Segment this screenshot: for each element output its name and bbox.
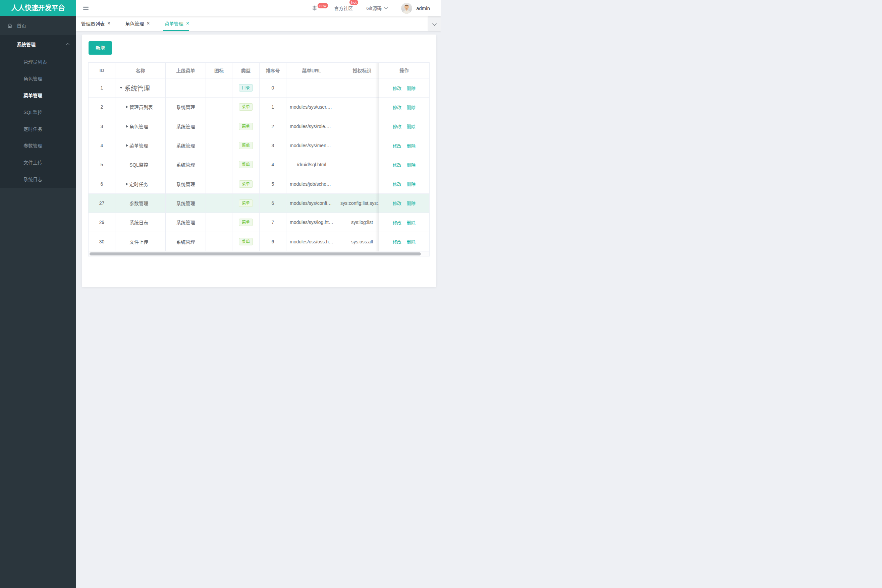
col-header-type: 类型 bbox=[232, 63, 260, 78]
user-avatar[interactable] bbox=[401, 3, 412, 14]
cell-parent: 系统管理 bbox=[166, 155, 206, 174]
cell-id: 4 bbox=[89, 136, 116, 155]
menu-name: 管理员列表 bbox=[129, 104, 153, 110]
tree-expand-icon[interactable] bbox=[126, 106, 128, 108]
gear-icon bbox=[312, 5, 317, 11]
menu-url: modules/sys/config.html bbox=[286, 201, 337, 206]
username[interactable]: admin bbox=[416, 5, 430, 11]
delete-link[interactable]: 删除 bbox=[407, 104, 416, 110]
delete-link[interactable]: 删除 bbox=[407, 162, 416, 168]
badge-new: new bbox=[317, 3, 328, 9]
cell-url: modules/sys/user.html bbox=[286, 98, 337, 117]
delete-link[interactable]: 删除 bbox=[407, 200, 416, 206]
edit-link[interactable]: 修改 bbox=[393, 238, 401, 245]
sidebar-item-0[interactable]: 管理员列表 bbox=[0, 54, 76, 70]
edit-link[interactable]: 修改 bbox=[393, 181, 401, 187]
close-icon[interactable]: × bbox=[107, 21, 110, 26]
hamburger-menu-icon[interactable] bbox=[83, 6, 89, 10]
delete-link[interactable]: 删除 bbox=[407, 219, 416, 226]
sidebar-submenu-items: 管理员列表角色管理菜单管理SQL监控定时任务参数管理文件上传系统日志 bbox=[0, 54, 76, 188]
navbar: new 官方社区 hot Git源码 bbox=[76, 0, 441, 16]
table-row-4[interactable]: 4菜单管理系统管理菜单3modules/sys/menu.html bbox=[89, 136, 429, 155]
col-header-actions-fixed: 操作 bbox=[379, 63, 429, 78]
cell-name: 参数管理 bbox=[116, 194, 166, 213]
table-row-2[interactable]: 2管理员列表系统管理菜单1modules/sys/user.html bbox=[89, 98, 429, 117]
cell-url: modules/oss/oss.html bbox=[286, 232, 337, 251]
cell-order: 6 bbox=[260, 232, 286, 251]
sidebar-menu: 首页 系统管理 管理员列表角色管理菜单管理SQL监控定时任务参数管理文件上传系统… bbox=[0, 16, 76, 188]
sidebar-item-2[interactable]: 菜单管理 bbox=[0, 87, 76, 104]
cell-icon bbox=[206, 213, 232, 232]
sidebar-item-6[interactable]: 文件上传 bbox=[0, 154, 76, 171]
cell-order: 0 bbox=[260, 78, 286, 98]
delete-link[interactable]: 删除 bbox=[407, 181, 416, 187]
edit-link[interactable]: 修改 bbox=[393, 162, 401, 168]
cell-name: 文件上传 bbox=[116, 232, 166, 251]
tab-menu-management[interactable]: 菜单管理 × bbox=[157, 16, 197, 31]
tree-expand-icon[interactable] bbox=[126, 125, 128, 128]
sidebar-item-5[interactable]: 参数管理 bbox=[0, 138, 76, 154]
delete-link[interactable]: 删除 bbox=[407, 238, 416, 245]
sidebar-item-3[interactable]: SQL监控 bbox=[0, 104, 76, 121]
tab-role-management[interactable]: 角色管理 × bbox=[118, 16, 157, 31]
cell-order: 6 bbox=[260, 194, 286, 213]
avatar-image bbox=[401, 3, 412, 14]
tree-expand-icon[interactable] bbox=[126, 144, 128, 147]
edit-link[interactable]: 修改 bbox=[393, 142, 401, 149]
cell-icon bbox=[206, 194, 232, 213]
community-link[interactable]: 官方社区 hot bbox=[334, 5, 353, 11]
tree-expand-icon[interactable] bbox=[126, 183, 128, 185]
table-row-5[interactable]: 5SQL监控系统管理菜单4/druid/sql.html bbox=[89, 155, 429, 174]
git-source-dropdown[interactable]: Git源码 bbox=[366, 5, 387, 11]
sidebar-item-1[interactable]: 角色管理 bbox=[0, 70, 76, 87]
add-button[interactable]: 新增 bbox=[89, 41, 112, 55]
data-table: ID 名称 上级菜单 图标 类型 排序号 菜单URL 授权标识 操作 bbox=[89, 63, 429, 251]
menu-url: modules/oss/oss.html bbox=[286, 239, 337, 244]
table-header-row: ID 名称 上级菜单 图标 类型 排序号 菜单URL 授权标识 操作 bbox=[89, 63, 429, 78]
tree-collapse-icon[interactable] bbox=[120, 87, 122, 89]
edit-link[interactable]: 修改 bbox=[393, 200, 401, 206]
menu-url: modules/sys/menu.html bbox=[286, 143, 337, 148]
close-icon[interactable]: × bbox=[186, 21, 189, 26]
sidebar-item-home[interactable]: 首页 bbox=[0, 16, 76, 35]
delete-link[interactable]: 删除 bbox=[407, 85, 416, 91]
close-icon[interactable]: × bbox=[147, 21, 150, 26]
delete-link[interactable]: 删除 bbox=[407, 142, 416, 149]
table-row-27[interactable]: 27参数管理系统管理菜单6modules/sys/config.htmlsys:… bbox=[89, 194, 429, 213]
tab-label: 菜单管理 bbox=[165, 20, 183, 27]
scrollbar-thumb[interactable] bbox=[90, 252, 421, 255]
cell-url: modules/sys/role.html bbox=[286, 117, 337, 136]
table-row-1[interactable]: 1系统管理目录0 bbox=[89, 78, 429, 98]
type-tag: 菜单 bbox=[239, 161, 253, 168]
cell-name: 角色管理 bbox=[116, 117, 166, 136]
edit-link[interactable]: 修改 bbox=[393, 85, 401, 91]
delete-link[interactable]: 删除 bbox=[407, 123, 416, 129]
table-scroll-area[interactable]: ID 名称 上级菜单 图标 类型 排序号 菜单URL 授权标识 操作 bbox=[89, 63, 429, 251]
table-row-3[interactable]: 3角色管理系统管理菜单2modules/sys/role.html bbox=[89, 117, 429, 136]
edit-link[interactable]: 修改 bbox=[393, 219, 401, 226]
edit-link[interactable]: 修改 bbox=[393, 123, 401, 129]
sidebar-item-4[interactable]: 定时任务 bbox=[0, 121, 76, 138]
cell-order: 1 bbox=[260, 98, 286, 117]
table-row-30[interactable]: 30文件上传系统管理菜单6modules/oss/oss.htmlsys:oss… bbox=[89, 232, 429, 251]
menu-url: modules/sys/role.html bbox=[286, 124, 337, 129]
cell-id: 5 bbox=[89, 155, 116, 174]
sidebar-group-system[interactable]: 系统管理 bbox=[0, 35, 76, 54]
type-tag: 菜单 bbox=[239, 103, 253, 111]
sidebar-item-7[interactable]: 系统日志 bbox=[0, 171, 76, 188]
tab-admin-list[interactable]: 管理员列表 × bbox=[81, 16, 118, 31]
cell-icon bbox=[206, 136, 232, 155]
tab-label: 角色管理 bbox=[125, 20, 144, 27]
content-area: 新增 ID 名称 上级菜单 bbox=[76, 31, 441, 294]
table-row-29[interactable]: 29系统日志系统管理菜单7modules/sys/log.htmlsys:log… bbox=[89, 213, 429, 232]
cell-name: 系统日志 bbox=[116, 213, 166, 232]
horizontal-scrollbar[interactable] bbox=[89, 251, 429, 256]
tabs-more-button[interactable] bbox=[428, 16, 441, 31]
settings-gear-button[interactable]: new bbox=[312, 5, 317, 11]
cell-icon bbox=[206, 98, 232, 117]
table-row-6[interactable]: 6定时任务系统管理菜单5modules/job/schedule.html bbox=[89, 174, 429, 194]
cell-id: 29 bbox=[89, 213, 116, 232]
edit-link[interactable]: 修改 bbox=[393, 104, 401, 110]
cell-id: 6 bbox=[89, 174, 116, 194]
type-tag: 菜单 bbox=[239, 200, 253, 207]
